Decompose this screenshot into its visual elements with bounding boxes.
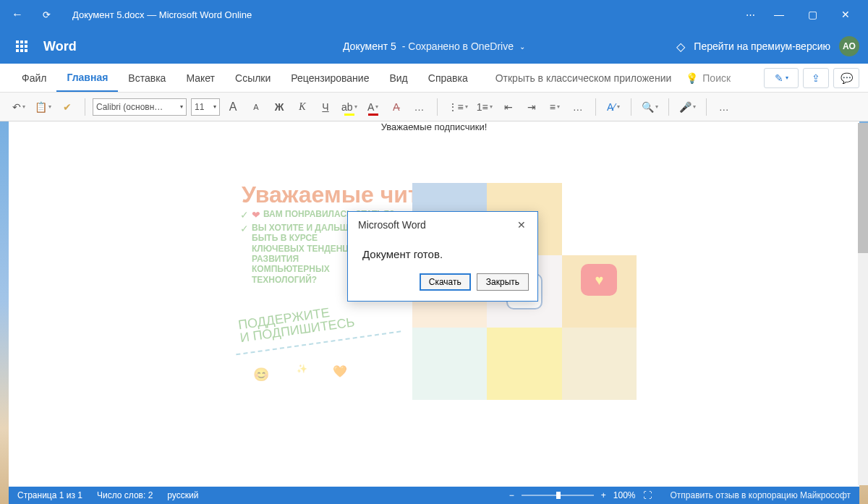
download-ready-dialog: Microsoft Word ✕ Документ готов. Скачать… xyxy=(347,211,538,302)
close-button[interactable]: Закрыть xyxy=(477,273,529,291)
dialog-title: Microsoft Word xyxy=(358,219,426,231)
dialog-close-button[interactable]: ✕ xyxy=(513,216,530,234)
dialog-overlay: Microsoft Word ✕ Документ готов. Скачать… xyxy=(0,0,868,504)
dialog-message: Документ готов. xyxy=(348,238,537,268)
download-button[interactable]: Скачать xyxy=(420,273,471,291)
close-icon: ✕ xyxy=(517,219,526,231)
